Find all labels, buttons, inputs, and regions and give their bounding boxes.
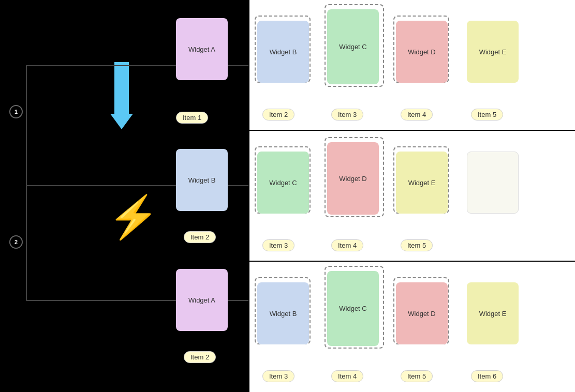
step-1-circle: 1 xyxy=(9,105,23,118)
widget-empty-2 xyxy=(467,152,519,214)
item-2-r2-left: Item 2 xyxy=(184,231,216,243)
item-6-r3: Item 6 xyxy=(471,370,503,382)
widget-b2-left: Widget B xyxy=(176,149,228,211)
v-line-left xyxy=(26,65,27,300)
widget-d1: Widget D xyxy=(396,21,448,83)
item-3-r3: Item 3 xyxy=(262,370,294,382)
widget-c2: Widget C xyxy=(257,152,309,214)
arrow-down xyxy=(111,62,132,129)
arrow-shaft xyxy=(114,62,129,114)
widget-c3: Widget C xyxy=(327,271,379,346)
widget-a1: Widget A xyxy=(176,18,228,80)
widget-e2: Widget E xyxy=(396,152,448,214)
widget-a3: Widget A xyxy=(176,269,228,331)
widget-d2: Widget D xyxy=(327,142,379,215)
item-4-r2: Item 4 xyxy=(331,239,363,251)
right-panel: Widget B Widget C Widget D Widget E Item… xyxy=(248,0,575,392)
widget-e1: Widget E xyxy=(467,21,519,83)
item-4-r3: Item 4 xyxy=(331,370,363,382)
item-4-r1: Item 4 xyxy=(401,109,433,120)
widget-e3: Widget E xyxy=(467,282,519,344)
widget-b1: Widget B xyxy=(257,21,309,83)
item-3-r1: Item 3 xyxy=(331,109,363,120)
row-section-3: Widget B Widget C Widget D Widget E Item… xyxy=(249,262,575,392)
main-container: 1 2 ⚡ Item 1 xyxy=(0,0,575,392)
row-section-1: Widget B Widget C Widget D Widget E Item… xyxy=(249,0,575,131)
item-5-r3: Item 5 xyxy=(401,370,433,382)
item-5-r2: Item 5 xyxy=(401,239,433,251)
widget-d3: Widget D xyxy=(396,282,448,344)
lightning-bolt: ⚡ xyxy=(108,197,159,238)
widget-b3: Widget B xyxy=(257,282,309,344)
widget-c1: Widget C xyxy=(327,9,379,84)
item-3-r2: Item 3 xyxy=(262,239,294,251)
arrow-head xyxy=(110,114,133,129)
item-label-1: Item 1 xyxy=(176,112,208,124)
item-2-r1: Item 2 xyxy=(262,109,294,120)
item-2-r3-left: Item 2 xyxy=(184,351,216,363)
step-2-circle: 2 xyxy=(9,235,23,249)
item-5-r1: Item 5 xyxy=(471,109,503,120)
row-section-2: Widget C Widget D Widget E Item 3 Item 4… xyxy=(249,131,575,262)
